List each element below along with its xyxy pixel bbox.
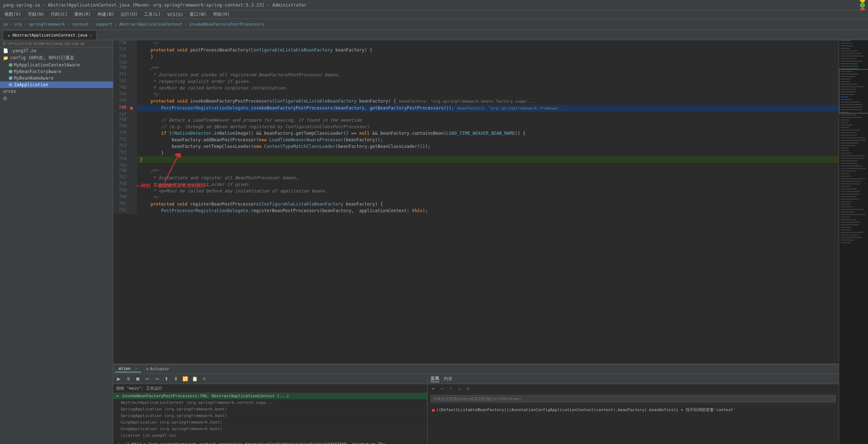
menu-help[interactable]: 帮助(H)	[210, 11, 233, 18]
code-line-755: 755	[113, 163, 839, 168]
stack-frame-4[interactable]: GingApplication (org.springframework.boo…	[113, 419, 427, 426]
code-editor[interactable]: 736 */737 protected void postProcessBean…	[113, 40, 839, 364]
menu-build[interactable]: 构建(B)	[95, 11, 117, 18]
bottom-tabs: ation ✕ ⚙ Actuator	[113, 364, 839, 374]
code-line-743: 743 * <p>Must be called before singleton…	[113, 85, 839, 91]
line-gutter-756	[130, 168, 137, 175]
settings-button[interactable]: ≡	[200, 375, 208, 383]
tab-close-icon[interactable]: ✕	[90, 33, 92, 37]
breadcrumb-support[interactable]: support	[95, 22, 112, 27]
actuator-label[interactable]: Actuator	[150, 367, 169, 371]
tree-item-urces[interactable]: urces	[0, 88, 113, 95]
stack-frame-2[interactable]: SpringApplication (org.springframework.b…	[113, 406, 427, 413]
minimap-canvas	[839, 40, 868, 259]
tab-abstractapplicationcontext[interactable]: ☕ AbstractApplicationContext.java ✕	[3, 30, 96, 40]
line-gutter-737	[130, 47, 137, 53]
line-gutter-747	[130, 112, 137, 117]
menu-refactor[interactable]: 重构(R)	[71, 11, 94, 18]
stack-frame-active[interactable]: ≡ invokeBeanFactoryPostProcessors:746, A…	[113, 393, 427, 399]
watch-toolbar: + − ↑ ↓ ✓	[428, 384, 839, 394]
var-this[interactable]: ▶ {} this = "org.springframework.context…	[116, 441, 424, 444]
code-line-752: 752 beanFactory.setTempClassLoader(new C…	[113, 143, 839, 150]
bottom-tab-ation[interactable]: ation ✕	[115, 365, 141, 372]
step-down-button[interactable]: ⬇	[172, 375, 180, 383]
bottom-tab-close[interactable]: ✕	[135, 367, 137, 371]
code-line-738: 738 }	[113, 53, 839, 60]
tree-item-myappcontextaware[interactable]: MyApplicationContextAware	[0, 62, 113, 68]
tree-item-zaapplication[interactable]: ZaApplication	[0, 81, 113, 88]
down-watch-button[interactable]: ↓	[455, 385, 463, 393]
watch-expression-input[interactable]	[431, 395, 836, 402]
line-gutter-736	[130, 40, 137, 47]
code-line-744: 744 */	[113, 91, 839, 98]
tree-item-config[interactable]: 📁 config 100%览, 86%行已覆盖	[0, 54, 113, 62]
line-gutter-754	[130, 156, 137, 163]
menu-code[interactable]: 代码(C)	[48, 11, 71, 18]
sidebar-path: D:\Projects\0-GitWorks\yang-spring-za	[0, 40, 113, 47]
stack-frame-6[interactable]: lication (cn.yang37.za)	[113, 432, 427, 439]
line-gutter-760	[130, 194, 137, 201]
code-line-736: 736 */	[113, 40, 839, 47]
stack-frame-5[interactable]: GingApplication (org.springframework.boo…	[113, 426, 427, 432]
tree-item-mybeanfactoryaware[interactable]: MyBeanFactoryAware	[0, 68, 113, 75]
remove-watch-button[interactable]: −	[438, 385, 446, 393]
stack-frame-3[interactable]: SpringApplication (org.springframework.b…	[113, 413, 427, 419]
tree-item-mybeannameaware[interactable]: MyBeanNameAware	[0, 75, 113, 81]
breadcrumb-springframework[interactable]: springframework	[29, 22, 65, 27]
tree-item-yang37[interactable]: 📄 .yang37.za	[0, 47, 113, 54]
menu-tools[interactable]: 工具(L)	[141, 11, 164, 18]
line-number-754: 754	[113, 156, 130, 163]
stop-button[interactable]: ⏹	[134, 375, 142, 383]
code-line-754: 754}	[113, 156, 839, 163]
code-line-741: 741 * Instantiate and invoke all registe…	[113, 72, 839, 78]
line-code-759: * <p>Must be called before any instantia…	[137, 188, 839, 194]
tree-item-he[interactable]: 合	[0, 95, 113, 102]
line-number-737: 737	[113, 47, 130, 53]
step-into-button[interactable]: ↪	[153, 375, 161, 383]
step-out-button[interactable]: ⬆	[162, 375, 170, 383]
menu-window[interactable]: 窗口(W)	[187, 11, 209, 18]
breadcrumb-za[interactable]: za	[3, 22, 8, 27]
add-watch-button[interactable]: +	[429, 385, 437, 393]
pause-button[interactable]: ⏸	[124, 375, 132, 383]
breadcrumb-class[interactable]: AbstractApplicationContext	[119, 22, 182, 27]
breadcrumb-context[interactable]: context	[72, 22, 88, 27]
expand-icon: ≡	[116, 394, 121, 398]
line-code-755	[137, 163, 839, 168]
menu-run[interactable]: 运行(U)	[118, 11, 140, 18]
watch-tab-monitor[interactable]: 监视	[431, 375, 439, 382]
copy-button[interactable]: 📋	[191, 375, 199, 383]
step-over-button[interactable]: ↩	[143, 375, 151, 383]
code-line-750: 750 if (!NativeDetector.inNativeImage() …	[113, 130, 839, 137]
window-title: yang-spring-za - AbstractApplicationCont…	[3, 3, 307, 8]
rerun-button[interactable]: 🔁	[181, 375, 189, 383]
menu-view[interactable]: 视图(V)	[1, 11, 24, 18]
menu-navigate[interactable]: 导航(N)	[25, 11, 48, 18]
minimize-button[interactable]	[860, 0, 865, 3]
watch-tab-memory[interactable]: 内存	[444, 376, 452, 382]
up-watch-button[interactable]: ↑	[447, 385, 455, 393]
confirm-watch-button[interactable]: ✓	[464, 385, 472, 393]
code-line-749: 749 // (e.g. through an @Bean method reg…	[113, 123, 839, 130]
stack-frame-1[interactable]: AbstractApplicationContext (org.springfr…	[113, 399, 427, 406]
line-gutter-749	[130, 123, 137, 130]
line-number-756: 756	[113, 168, 130, 175]
minimap	[839, 40, 868, 444]
code-line-751: 751 beanFactory.addBeanPostProcessor(new…	[113, 137, 839, 143]
breadcrumb-org[interactable]: org	[15, 22, 22, 27]
line-code-743: * <p>Must be called before singleton ins…	[137, 85, 839, 91]
blue-dot-icon-3	[9, 83, 12, 87]
breadcrumb-method[interactable]: invokeBeanFactoryPostProcessors	[189, 22, 264, 27]
green-dot-icon	[9, 63, 12, 67]
variables-section: ▶ {} this = "org.springframework.context…	[115, 440, 426, 444]
menu-vcs[interactable]: VCS(S)	[164, 11, 186, 18]
watch-tabs: 监视 内存	[428, 374, 839, 384]
code-line-756: 756 /**	[113, 168, 839, 175]
resume-button[interactable]: ▶	[115, 375, 123, 383]
bottom-panel: ation ✕ ⚙ Actuator ▶ ⏸ ⏹ ↩ ↪	[113, 364, 839, 444]
line-number-740: 740	[113, 65, 130, 72]
line-number-748: 748	[113, 117, 130, 123]
main-area: D:\Projects\0-GitWorks\yang-spring-za 📄 …	[0, 40, 868, 444]
maximize-button[interactable]	[860, 3, 865, 8]
line-number-761: 761	[113, 201, 130, 207]
